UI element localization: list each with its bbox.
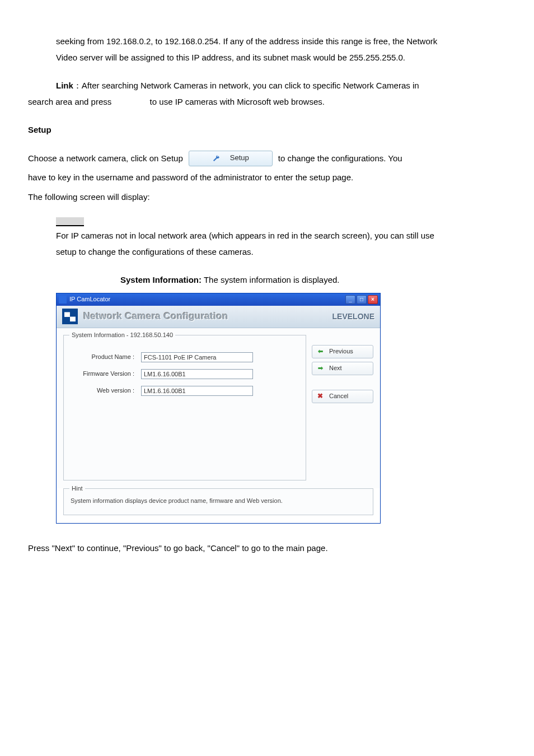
paragraph-text: Video server will be assigned to this IP… (56, 50, 506, 66)
link-text: search area and press (28, 97, 111, 106)
setup-heading: Setup (28, 122, 506, 138)
note-text: setup to change the configurations of th… (56, 244, 506, 260)
close-button[interactable]: × (368, 295, 378, 304)
arrow-left-icon: ⬅ (317, 347, 324, 355)
system-info-fieldset: System Information - 192.168.50.140 Prod… (63, 335, 306, 480)
previous-button[interactable]: ⬅ Previous (312, 345, 373, 358)
note-marker (56, 217, 84, 226)
setup-text: have to key in the username and password… (28, 170, 506, 186)
link-heading: Link (56, 81, 73, 90)
brand-label: LEVELONE (332, 311, 374, 321)
web-version-field[interactable] (141, 386, 253, 396)
next-button[interactable]: ➡ Next (312, 362, 373, 375)
window-titlebar: IP CamLocator _ □ × (57, 293, 380, 306)
fieldset-legend: System Information - 192.168.50.140 (69, 331, 175, 339)
maximize-button[interactable]: □ (357, 295, 367, 304)
app-icon (59, 296, 67, 304)
firmware-version-field[interactable] (141, 369, 253, 379)
footer-text: Press "Next" to continue, "Previous" to … (28, 540, 506, 557)
cancel-button-label: Cancel (329, 392, 348, 400)
logo-icon: ▀▄ (62, 309, 78, 324)
sysinfo-caption: The system information is displayed. (204, 275, 340, 284)
setup-button-label: Setup (230, 151, 249, 165)
previous-button-label: Previous (329, 347, 353, 355)
note-text: For IP cameras not in local network area… (56, 228, 506, 244)
product-name-label: Product Name : (74, 353, 141, 361)
web-version-label: Web version : (74, 386, 141, 394)
banner: ▀▄ Network Camera Configuration LEVELONE (57, 306, 380, 328)
sysinfo-heading: System Information: (120, 275, 202, 284)
link-text: to use IP cameras with Microsoft web bro… (150, 97, 325, 106)
banner-title: Network Camera Configuration (83, 310, 228, 323)
minimize-button[interactable]: _ (345, 295, 355, 304)
paragraph-text: seeking from 192.168.0.2, to 192.168.0.2… (56, 34, 506, 50)
setup-button[interactable]: Setup (189, 151, 273, 166)
close-icon: ✖ (317, 392, 324, 401)
arrow-right-icon: ➡ (317, 364, 324, 372)
app-window: IP CamLocator _ □ × ▀▄ Network Camera Co… (56, 293, 381, 524)
wrench-icon (212, 155, 220, 162)
next-button-label: Next (329, 364, 342, 372)
product-name-field[interactable] (141, 352, 253, 362)
window-title: IP CamLocator (69, 295, 110, 303)
firmware-version-label: Firmware Version : (74, 370, 141, 377)
colon: ： (73, 81, 82, 90)
cancel-button[interactable]: ✖ Cancel (312, 390, 373, 403)
hint-legend: Hint (69, 484, 85, 492)
setup-text: Choose a network camera, click on Setup (28, 151, 183, 167)
hint-text: System information displays device produ… (71, 497, 366, 505)
link-text: After searching Network Cameras in netwo… (82, 81, 419, 90)
setup-text: The following screen will display: (28, 189, 506, 206)
hint-fieldset: Hint System information displays device … (63, 488, 373, 515)
setup-text: to change the configurations. You (278, 151, 402, 167)
